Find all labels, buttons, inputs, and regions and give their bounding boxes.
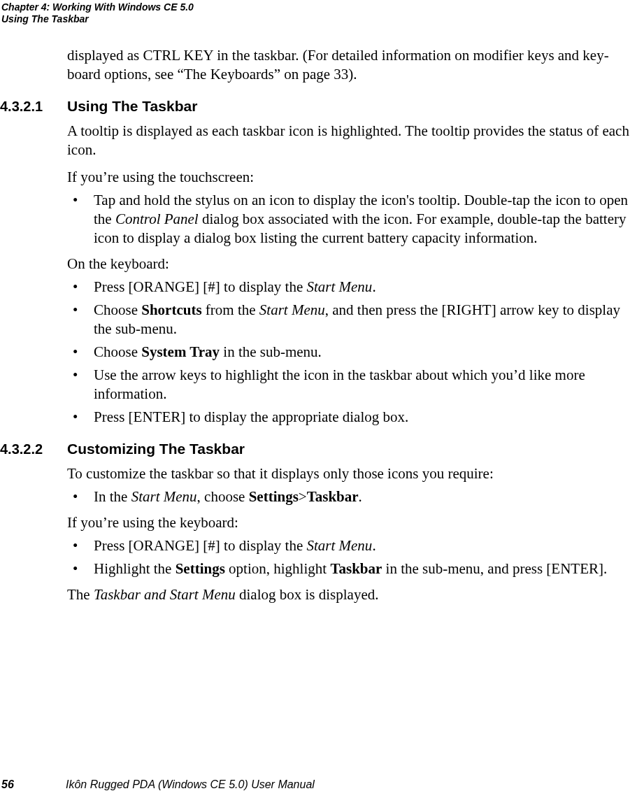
list-item: Press [ENTER] to display the appropriate… (67, 408, 637, 427)
text-run: > (299, 488, 307, 505)
sec1-bullets-keyboard: Press [ORANGE] [#] to display the Start … (67, 278, 637, 427)
sec2-bullets-1: In the Start Menu, choose Settings>Taskb… (67, 487, 637, 506)
text-run: , choose (197, 488, 249, 505)
list-item: Press [ORANGE] [#] to display the Start … (67, 536, 637, 555)
section-number: 4.3.2.1 (0, 97, 67, 116)
text-run: . (359, 488, 362, 505)
sec2-p3: The Taskbar and Start Menu dialog box is… (67, 585, 637, 604)
header-chapter: Chapter 4: Working With Windows CE 5.0 (1, 1, 194, 13)
section-title: Using The Taskbar (67, 97, 197, 115)
sec2-bullets-2: Press [ORANGE] [#] to display the Start … (67, 536, 637, 578)
text-run: from the (202, 301, 259, 318)
text-italic: Start Menu (306, 537, 372, 554)
list-item: Highlight the Settings option, highlight… (67, 560, 637, 578)
sec1-p2: If you’re using the touchscreen: (67, 168, 637, 187)
text-run: option, highlight (225, 560, 331, 577)
sec1-p1: A tooltip is displayed as each taskbar i… (67, 122, 637, 159)
section-heading-1: 4.3.2.1 Using The Taskbar (67, 97, 637, 116)
text-italic: Start Menu (259, 301, 325, 318)
section-title: Customizing The Taskbar (67, 439, 245, 458)
text-bold: System Tray (141, 343, 220, 360)
book-title: Ikôn Rugged PDA (Windows CE 5.0) User Ma… (66, 778, 315, 790)
text-run: Press [ORANGE] [#] to display the (94, 537, 306, 554)
text-italic: Start Menu (131, 488, 197, 505)
list-item: Choose Shortcuts from the Start Menu, an… (67, 301, 637, 339)
text-run: In the (94, 488, 131, 505)
text-bold: Shortcuts (141, 301, 201, 318)
text-run: in the sub-menu. (220, 343, 322, 360)
list-item: Press [ORANGE] [#] to display the Start … (67, 278, 637, 297)
intro-line2: board options, see “The Keyboards” on pa… (67, 66, 357, 83)
page-number: 56 (1, 778, 66, 791)
intro-paragraph: displayed as CTRL KEY in the taskbar. (F… (67, 46, 637, 84)
list-item: Choose System Tray in the sub-menu. (67, 343, 637, 362)
text-italic: Start Menu (306, 278, 372, 295)
list-item: In the Start Menu, choose Settings>Taskb… (67, 487, 637, 506)
text-run: dialog box is displayed. (236, 586, 379, 603)
text-bold: Taskbar (307, 488, 359, 505)
section-number: 4.3.2.2 (0, 440, 67, 459)
text-bold: Settings (249, 488, 299, 505)
sec2-p1: To customize the taskbar so that it disp… (67, 464, 637, 483)
body-text: displayed as CTRL KEY in the taskbar. (F… (67, 46, 637, 613)
sec1-p3: On the keyboard: (67, 255, 637, 273)
text-bold: Taskbar (330, 560, 382, 577)
sec2-p2: If you’re using the keyboard: (67, 513, 637, 532)
text-bold: Settings (176, 560, 225, 577)
section-heading-2: 4.3.2.2 Customizing The Taskbar (67, 439, 637, 459)
text-run: Highlight the (94, 560, 176, 577)
text-run: . (372, 278, 375, 295)
text-run: Press [ENTER] to display the appropriate… (94, 408, 408, 425)
running-footer: 56Ikôn Rugged PDA (Windows CE 5.0) User … (1, 778, 315, 791)
list-item: Use the arrow keys to highlight the icon… (67, 366, 637, 404)
text-run: Choose (94, 343, 141, 360)
intro-line1: displayed as CTRL KEY in the taskbar. (F… (67, 47, 609, 64)
text-run: Press [ORANGE] [#] to display the (94, 278, 306, 295)
text-run: . (372, 537, 375, 554)
list-item: Tap and hold the stylus on an icon to di… (67, 191, 637, 248)
text-italic: Taskbar and Start Menu (94, 586, 236, 603)
header-section: Using The Taskbar (1, 13, 194, 25)
text-run: in the sub-menu, and press [ENTER]. (382, 560, 607, 577)
sec1-bullets-touch: Tap and hold the stylus on an icon to di… (67, 191, 637, 248)
running-header: Chapter 4: Working With Windows CE 5.0 U… (1, 1, 194, 25)
text-run: The (67, 586, 94, 603)
text-run: Use the arrow keys to highlight the icon… (94, 366, 585, 402)
text-italic: Control Panel (115, 211, 199, 227)
text-run: Choose (94, 301, 141, 318)
